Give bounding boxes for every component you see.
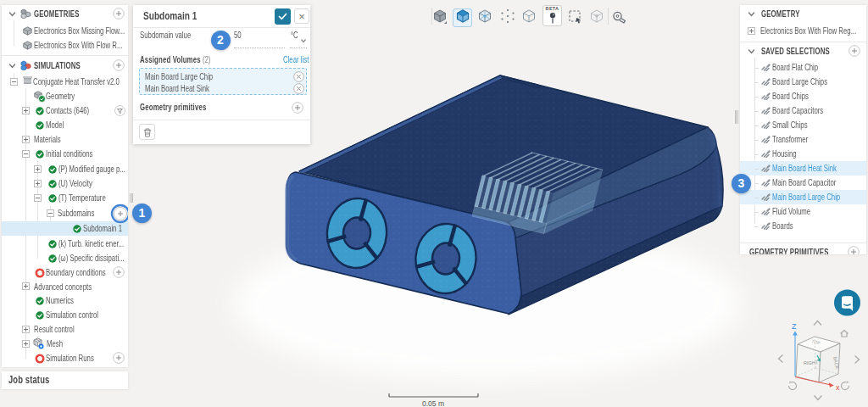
svg-text:Z: Z [792,322,797,331]
svg-text:x: x [836,383,840,392]
svg-text:0.05 m: 0.05 m [422,399,444,407]
svg-text:RIGHT: RIGHT [804,360,819,365]
